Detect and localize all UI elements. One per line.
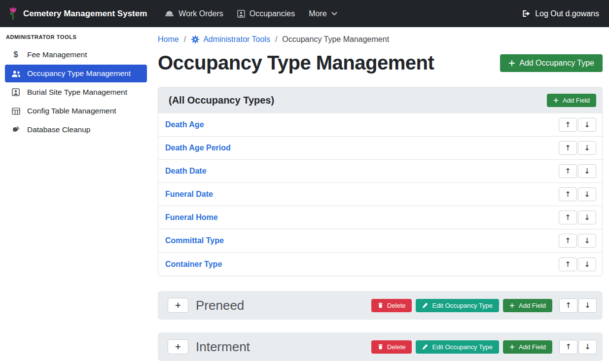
- app-brand[interactable]: Cemetery Management System: [8, 6, 147, 21]
- main-content: Home / Administrator Tools / Occupancy T…: [152, 27, 609, 364]
- move-up-button[interactable]: ↑: [559, 257, 577, 271]
- breadcrumb-separator: /: [275, 35, 277, 44]
- edit-occupancy-type-button[interactable]: Edit Occupancy Type: [416, 299, 499, 312]
- sections: Preneed Delete Edit Occupancy Type Add F…: [158, 291, 603, 361]
- reorder-buttons: ↑ ↓: [559, 141, 596, 155]
- field-link[interactable]: Funeral Home: [165, 213, 218, 222]
- sidebar-item-label: Occupancy Type Management: [27, 69, 131, 78]
- add-field-button[interactable]: Add Field: [503, 340, 552, 354]
- arrow-down-icon: ↓: [584, 167, 590, 176]
- add-field-button[interactable]: Add Field: [503, 299, 552, 312]
- field-row: Death Age Period ↑ ↓: [158, 137, 602, 160]
- sidebar-item-label: Config Table Management: [27, 107, 116, 115]
- app-title: Cemetery Management System: [23, 9, 147, 19]
- sidebar-item-burial-site-type-management[interactable]: Burial Site Type Management: [5, 83, 147, 101]
- move-up-button[interactable]: ↑: [559, 118, 577, 132]
- plus-icon: [509, 303, 515, 308]
- field-link[interactable]: Death Age: [165, 120, 204, 129]
- move-up-button[interactable]: ↑: [559, 340, 577, 354]
- breadcrumb: Home / Administrator Tools / Occupancy T…: [158, 35, 603, 44]
- field-link[interactable]: Death Date: [165, 167, 207, 176]
- sidebar-header: ADMINISTRATOR TOOLS: [0, 29, 152, 45]
- nav-right: Log Out d.gowans: [520, 5, 601, 22]
- logout-button[interactable]: Log Out d.gowans: [520, 5, 601, 22]
- delete-button[interactable]: Delete: [371, 340, 412, 354]
- field-link[interactable]: Funeral Date: [165, 190, 213, 199]
- move-down-button[interactable]: ↓: [578, 298, 597, 313]
- arrow-down-icon: ↓: [584, 260, 590, 269]
- move-down-button[interactable]: ↓: [578, 257, 596, 271]
- occupancies-icon: [237, 10, 245, 18]
- move-down-button[interactable]: ↓: [578, 187, 596, 201]
- arrow-up-icon: ↑: [565, 144, 571, 152]
- person-frame-icon: [11, 88, 21, 96]
- move-down-button[interactable]: ↓: [578, 211, 596, 224]
- add-field-label: Add Field: [519, 302, 546, 309]
- arrow-down-icon: ↓: [584, 190, 590, 199]
- field-row: Death Age ↑ ↓: [158, 113, 602, 137]
- move-up-button[interactable]: ↑: [559, 234, 577, 248]
- field-row: Container Type ↑ ↓: [158, 253, 602, 276]
- section-title: Preneed: [196, 298, 244, 313]
- edit-occupancy-type-button[interactable]: Edit Occupancy Type: [416, 340, 499, 354]
- field-link[interactable]: Container Type: [165, 260, 222, 269]
- nav-item-occupancies[interactable]: Occupancies: [230, 4, 302, 23]
- plus-icon: [175, 302, 181, 308]
- field-row: Death Date ↑ ↓: [158, 160, 602, 183]
- sidebar-item-label: Fee Management: [27, 50, 87, 59]
- sidebar-item-fee-management[interactable]: $ Fee Management: [5, 46, 147, 64]
- move-down-button[interactable]: ↓: [578, 118, 596, 132]
- arrow-up-icon: ↑: [565, 236, 571, 245]
- move-up-button[interactable]: ↑: [559, 141, 577, 155]
- section-actions: Delete Edit Occupancy Type Add Field ↑ ↓: [371, 340, 597, 354]
- sidebar-item-database-cleanup[interactable]: Database Cleanup: [5, 121, 147, 139]
- nav-links: Work Orders Occupancies More: [158, 4, 344, 23]
- add-field-button[interactable]: Add Field: [547, 94, 596, 107]
- delete-button[interactable]: Delete: [371, 299, 412, 312]
- sidebar-item-occupancy-type-management[interactable]: Occupancy Type Management: [5, 65, 147, 82]
- arrow-down-icon: ↓: [584, 342, 591, 351]
- field-link[interactable]: Committal Type: [165, 236, 224, 245]
- nav-item-more[interactable]: More: [302, 4, 344, 23]
- breadcrumb-admin-tools-link[interactable]: Administrator Tools: [191, 35, 270, 44]
- top-navbar: Cemetery Management System Work Orders O…: [0, 0, 609, 27]
- gear-icon: [191, 35, 200, 44]
- table-icon: [11, 108, 21, 115]
- move-down-button[interactable]: ↓: [578, 340, 597, 354]
- delete-label: Delete: [387, 302, 406, 309]
- page-header: Occupancy Type Management Add Occupancy …: [158, 52, 603, 74]
- breadcrumb-home-link[interactable]: Home: [158, 35, 179, 44]
- expand-section-button[interactable]: [168, 298, 188, 313]
- logout-label: Log Out d.gowans: [535, 9, 599, 18]
- nav-item-label: Occupancies: [250, 9, 295, 18]
- trash-icon: [378, 302, 383, 308]
- arrow-up-icon: ↑: [565, 260, 571, 269]
- reorder-buttons: ↑ ↓: [559, 298, 597, 313]
- plus-icon: [553, 98, 559, 103]
- reorder-buttons: ↑ ↓: [559, 118, 596, 132]
- breadcrumb-current: Occupancy Type Management: [282, 35, 389, 44]
- delete-label: Delete: [387, 343, 406, 351]
- add-field-label: Add Field: [519, 343, 546, 351]
- field-row: Funeral Home ↑ ↓: [158, 206, 602, 229]
- move-up-button[interactable]: ↑: [559, 164, 577, 178]
- reorder-buttons: ↑ ↓: [559, 340, 597, 354]
- move-up-button[interactable]: ↑: [559, 298, 577, 313]
- move-down-button[interactable]: ↓: [578, 141, 596, 155]
- sidebar-item-config-table-management[interactable]: Config Table Management: [5, 102, 147, 120]
- move-up-button[interactable]: ↑: [559, 211, 577, 224]
- breadcrumb-separator: /: [184, 35, 186, 44]
- trash-icon: [378, 344, 383, 350]
- nav-item-work-orders[interactable]: Work Orders: [158, 4, 230, 23]
- move-down-button[interactable]: ↓: [578, 234, 596, 248]
- nav-item-label: Work Orders: [179, 9, 223, 18]
- move-down-button[interactable]: ↓: [578, 164, 596, 178]
- field-list: Death Age ↑ ↓ Death Age Period ↑ ↓ Death…: [158, 113, 602, 276]
- move-up-button[interactable]: ↑: [559, 187, 577, 201]
- expand-section-button[interactable]: [168, 339, 188, 354]
- add-occupancy-type-button[interactable]: Add Occupancy Type: [500, 54, 603, 72]
- arrow-up-icon: ↑: [565, 301, 572, 310]
- all-occupancy-types-card: (All Occupancy Types) Add Field Death Ag…: [158, 87, 603, 276]
- field-link[interactable]: Death Age Period: [165, 144, 231, 152]
- chevron-down-icon: [331, 12, 337, 16]
